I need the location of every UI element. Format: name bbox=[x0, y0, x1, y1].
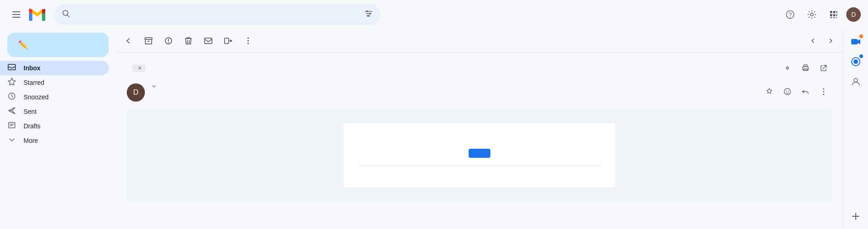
top-bar-right: ? D bbox=[781, 5, 861, 24]
back-button[interactable] bbox=[120, 32, 138, 50]
svg-rect-43 bbox=[851, 39, 858, 44]
filter-icon[interactable] bbox=[364, 9, 373, 20]
meet-icon[interactable] bbox=[847, 33, 865, 51]
add-app-icon[interactable] bbox=[847, 207, 865, 225]
prev-email-button[interactable] bbox=[805, 33, 821, 49]
apps-icon[interactable] bbox=[825, 5, 843, 24]
sender-avatar: D bbox=[127, 83, 145, 102]
svg-point-10 bbox=[367, 15, 369, 17]
svg-rect-14 bbox=[830, 11, 832, 13]
inbox-icon bbox=[7, 63, 16, 73]
snoozed-icon bbox=[7, 92, 16, 102]
svg-point-13 bbox=[810, 13, 813, 16]
sender-row: D bbox=[127, 83, 832, 102]
svg-rect-22 bbox=[836, 17, 837, 18]
avatar[interactable]: D bbox=[846, 7, 861, 22]
svg-point-45 bbox=[854, 59, 858, 64]
right-sidebar bbox=[843, 29, 868, 229]
print-icon[interactable] bbox=[797, 60, 814, 76]
svg-rect-19 bbox=[836, 14, 837, 16]
svg-rect-1 bbox=[12, 14, 20, 15]
snoozed-label: Snoozed bbox=[24, 93, 101, 101]
reply-icon[interactable] bbox=[797, 83, 814, 100]
starred-icon bbox=[7, 78, 16, 88]
inbox-label: Inbox bbox=[24, 64, 101, 72]
svg-point-40 bbox=[823, 88, 825, 90]
email-action-icons bbox=[761, 83, 832, 100]
email-footer bbox=[358, 165, 601, 173]
sidebar-item-snoozed[interactable]: Snoozed bbox=[0, 90, 109, 104]
top-bar: ? D bbox=[0, 0, 868, 29]
expand-icon[interactable] bbox=[779, 60, 796, 76]
svg-point-28 bbox=[168, 42, 169, 43]
sidebar-item-sent[interactable]: Sent bbox=[0, 104, 109, 119]
sender-info bbox=[150, 83, 752, 89]
svg-point-46 bbox=[854, 78, 858, 82]
svg-line-4 bbox=[67, 15, 70, 17]
svg-point-37 bbox=[784, 88, 791, 95]
more-actions-button[interactable] bbox=[239, 32, 257, 50]
star-email-icon[interactable] bbox=[761, 83, 777, 100]
sidebar-item-more[interactable]: More bbox=[0, 133, 109, 148]
search-bar[interactable] bbox=[54, 4, 380, 25]
svg-point-39 bbox=[788, 91, 789, 92]
drafts-icon bbox=[7, 121, 16, 131]
sidebar-item-starred[interactable]: Starred bbox=[0, 75, 109, 90]
inbox-badge-remove[interactable]: ✕ bbox=[138, 65, 142, 71]
email-content: ✕ bbox=[116, 53, 843, 229]
svg-point-8 bbox=[366, 10, 368, 12]
search-icon bbox=[62, 9, 71, 20]
sidebar-item-drafts[interactable]: Drafts bbox=[0, 119, 109, 133]
open-in-new-icon[interactable] bbox=[815, 60, 832, 76]
labels-header bbox=[0, 148, 116, 155]
to-me[interactable] bbox=[150, 83, 752, 89]
sender-time bbox=[758, 83, 832, 100]
svg-point-33 bbox=[248, 43, 249, 44]
move-to-button[interactable] bbox=[219, 32, 237, 50]
tasks-icon[interactable] bbox=[847, 53, 865, 71]
settings-icon[interactable] bbox=[803, 5, 821, 24]
svg-text:?: ? bbox=[788, 11, 791, 18]
main-layout: ✏️ Inbox Starred bbox=[0, 29, 868, 229]
more-label: More bbox=[24, 137, 101, 144]
svg-rect-0 bbox=[12, 11, 20, 12]
report-spam-button[interactable] bbox=[159, 32, 177, 50]
help-icon[interactable]: ? bbox=[781, 5, 799, 24]
email-body-wrapper bbox=[127, 109, 832, 202]
email-subject-row: ✕ bbox=[127, 60, 832, 76]
more-icon bbox=[7, 136, 16, 146]
svg-point-31 bbox=[248, 37, 249, 39]
menu-icon[interactable] bbox=[7, 5, 25, 24]
svg-rect-29 bbox=[205, 38, 212, 44]
emoji-react-icon[interactable] bbox=[779, 83, 796, 100]
search-input[interactable] bbox=[76, 10, 359, 19]
sidebar: ✏️ Inbox Starred bbox=[0, 29, 116, 229]
delete-button[interactable] bbox=[179, 32, 197, 50]
svg-point-41 bbox=[823, 91, 825, 93]
accept-invite-button[interactable] bbox=[469, 149, 490, 158]
email-toolbar bbox=[116, 29, 843, 53]
contacts-icon[interactable] bbox=[847, 73, 865, 91]
sidebar-item-inbox[interactable]: Inbox bbox=[0, 61, 109, 75]
meet-badge bbox=[859, 34, 863, 38]
compose-pencil-icon: ✏️ bbox=[18, 40, 28, 50]
email-body-card bbox=[344, 123, 615, 187]
next-email-button[interactable] bbox=[823, 33, 839, 49]
inbox-badge: ✕ bbox=[132, 64, 145, 72]
svg-rect-25 bbox=[9, 122, 15, 128]
sent-icon bbox=[7, 107, 16, 117]
sent-label: Sent bbox=[24, 108, 101, 115]
svg-point-38 bbox=[786, 91, 787, 92]
svg-rect-2 bbox=[12, 17, 20, 18]
svg-point-32 bbox=[248, 40, 249, 41]
svg-rect-36 bbox=[804, 69, 807, 70]
archive-button[interactable] bbox=[139, 32, 158, 50]
svg-rect-16 bbox=[836, 11, 837, 13]
tasks-badge bbox=[859, 54, 863, 58]
more-email-options-icon[interactable] bbox=[815, 83, 832, 100]
email-panel: ✕ bbox=[116, 29, 843, 229]
starred-label: Starred bbox=[24, 79, 101, 86]
svg-point-9 bbox=[369, 13, 371, 15]
mark-unread-button[interactable] bbox=[199, 32, 217, 50]
compose-button[interactable]: ✏️ bbox=[7, 33, 109, 57]
